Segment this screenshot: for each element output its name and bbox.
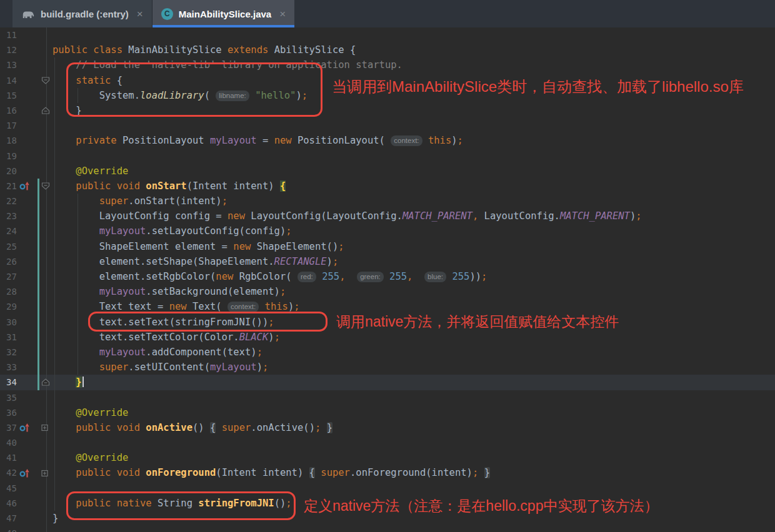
gutter: 14: [0, 73, 47, 88]
gutter: 20: [0, 164, 47, 179]
code-line[interactable]: 37 public void onActive() { super.onActi…: [0, 420, 775, 435]
gutter: 30: [0, 315, 47, 330]
code-text: myLayout.addComponent(text);: [52, 345, 262, 360]
indent-guide: [78, 88, 78, 103]
code-line[interactable]: 42 public void onForeground(Intent inten…: [0, 465, 775, 480]
code-line[interactable]: 16 }: [0, 103, 775, 118]
code-text: // Load the 'native-lib' library on appl…: [52, 57, 402, 72]
gutter: 35: [0, 390, 47, 405]
annotation-define-native: 定义native方法（注意：是在hello.cpp中实现了该方法）: [304, 496, 658, 516]
code-line[interactable]: 12public class MainAbilitySlice extends …: [0, 42, 775, 57]
code-text: @Override: [52, 450, 128, 465]
fold-collapse-bottom-icon[interactable]: [41, 378, 50, 386]
gutter: 36: [0, 405, 47, 420]
code-line[interactable]: 36 @Override: [0, 405, 775, 420]
fold-expand-icon[interactable]: [41, 424, 48, 431]
gutter: 21: [0, 179, 47, 194]
gutter: 25: [0, 239, 47, 254]
code-text: LayoutConfig config = new LayoutConfig(L…: [52, 209, 642, 224]
code-text: Text text = new Text( context: this);: [52, 299, 300, 314]
gutter: 19: [0, 149, 47, 164]
code-line[interactable]: 17: [0, 118, 775, 133]
code-line[interactable]: 41 @Override: [0, 450, 775, 465]
gutter: 46: [0, 496, 47, 511]
line-number: 34: [6, 375, 17, 390]
code-line[interactable]: 13 // Load the 'native-lib' library on a…: [0, 57, 775, 72]
override-method-icon[interactable]: [19, 468, 31, 478]
code-line[interactable]: 18 private PositionLayout myLayout = new…: [0, 133, 775, 148]
line-number: 29: [6, 299, 17, 314]
line-number: 41: [6, 450, 17, 465]
fold-collapse-top-icon[interactable]: [41, 77, 50, 84]
line-number: 30: [6, 315, 17, 330]
code-text: public void onStart(Intent intent) {: [52, 179, 286, 194]
editor-tab-bar: build.gradle (:entry) × C MainAbilitySli…: [0, 0, 775, 27]
line-number: 17: [6, 118, 17, 133]
code-editor[interactable]: 1112public class MainAbilitySlice extend…: [0, 27, 775, 532]
gutter: 26: [0, 254, 47, 269]
gutter: 11: [0, 27, 47, 42]
code-line[interactable]: 27 element.setRgbColor(new RgbColor( red…: [0, 269, 775, 284]
gutter: 33: [0, 360, 47, 375]
code-text: super.setUIContent(myLayout);: [52, 360, 268, 375]
line-number: 46: [6, 496, 17, 511]
code-text: }: [52, 511, 58, 526]
gutter: 32: [0, 345, 47, 360]
code-line[interactable]: 28 myLayout.setBackground(element);: [0, 284, 775, 299]
line-number: 28: [6, 284, 17, 299]
code-line[interactable]: 32 myLayout.addComponent(text);: [0, 345, 775, 360]
code-text: public class MainAbilitySlice extends Ab…: [52, 42, 356, 57]
gutter: 23: [0, 209, 47, 224]
close-tab-icon[interactable]: ×: [279, 9, 286, 19]
gutter: 42: [0, 465, 47, 480]
gutter: 31: [0, 330, 47, 345]
code-line[interactable]: 21 public void onStart(Intent intent) {: [0, 179, 775, 194]
code-line[interactable]: 45: [0, 481, 775, 496]
line-number: 27: [6, 269, 17, 284]
gutter: 41: [0, 450, 47, 465]
code-text: element.setRgbColor(new RgbColor( red: 2…: [52, 269, 487, 284]
override-method-icon[interactable]: [19, 423, 31, 432]
line-number: 24: [6, 224, 17, 239]
gutter: 13: [0, 57, 47, 72]
code-text: static {: [52, 73, 122, 88]
code-line[interactable]: 31 text.setTextColor(Color.BLACK);: [0, 330, 775, 345]
tab-main-ability-slice[interactable]: C MainAbilitySlice.java ×: [152, 0, 294, 27]
override-method-icon[interactable]: [19, 181, 31, 190]
fold-collapse-bottom-icon[interactable]: [41, 107, 50, 114]
tab-build-gradle[interactable]: build.gradle (:entry) ×: [12, 0, 152, 27]
code-line[interactable]: 23 LayoutConfig config = new LayoutConfi…: [0, 209, 775, 224]
line-number: 25: [6, 239, 17, 254]
gutter: 34: [0, 375, 47, 390]
indent-guide: [54, 57, 55, 511]
line-number: 40: [6, 435, 17, 450]
code-line[interactable]: 33 super.setUIContent(myLayout);: [0, 360, 775, 375]
line-number: 37: [6, 420, 17, 435]
line-number: 22: [6, 194, 17, 209]
code-line[interactable]: 20 @Override: [0, 164, 775, 179]
gutter: 17: [0, 118, 47, 133]
fold-collapse-top-icon[interactable]: [41, 182, 50, 190]
code-line[interactable]: 35: [0, 390, 775, 405]
code-line[interactable]: 19: [0, 149, 775, 164]
gutter: 45: [0, 481, 47, 496]
gutter: 16: [0, 103, 47, 118]
code-text: element.setShape(ShapeElement.RECTANGLE)…: [52, 254, 338, 269]
code-line[interactable]: 24 myLayout.setLayoutConfig(config);: [0, 224, 775, 239]
gutter: 47: [0, 511, 47, 526]
line-number: 31: [6, 330, 17, 345]
close-tab-icon[interactable]: ×: [137, 9, 143, 19]
code-line[interactable]: 25 ShapeElement element = new ShapeEleme…: [0, 239, 775, 254]
code-line[interactable]: 26 element.setShape(ShapeElement.RECTANG…: [0, 254, 775, 269]
code-line[interactable]: 48: [0, 526, 775, 532]
code-line[interactable]: 22 super.onStart(intent);: [0, 194, 775, 209]
gutter: 37: [0, 420, 47, 435]
java-class-icon: C: [161, 8, 173, 20]
gutter: 29: [0, 299, 47, 314]
fold-expand-icon[interactable]: [41, 470, 48, 476]
code-line[interactable]: 11: [0, 27, 775, 42]
code-text: System.loadLibrary( libname: "hello");: [52, 88, 308, 103]
code-line[interactable]: 34 }: [0, 375, 775, 390]
code-line[interactable]: 40: [0, 435, 775, 450]
gutter: 24: [0, 224, 47, 239]
